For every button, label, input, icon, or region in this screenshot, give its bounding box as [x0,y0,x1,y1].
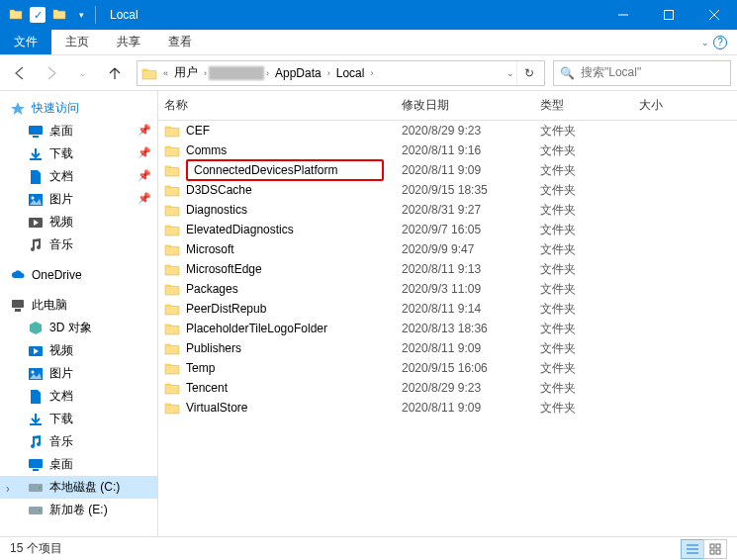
col-name[interactable]: 名称 [164,97,402,114]
table-row[interactable]: PlaceholderTileLogoFolder 2020/8/13 18:3… [158,319,737,338]
close-button[interactable] [691,0,737,30]
table-row[interactable]: Tencent 2020/8/29 9:23 文件夹 [158,378,737,398]
file-date: 2020/8/11 9:09 [402,341,540,355]
table-row[interactable]: Diagnostics 2020/8/31 9:27 文件夹 [158,200,737,220]
chevron-right-icon[interactable]: › [264,68,271,78]
sidebar-item[interactable]: 桌面 [0,453,157,476]
sidebar-item[interactable]: 音乐 [0,233,157,256]
sidebar-item[interactable]: 文档 [0,385,157,408]
back-button[interactable] [6,59,34,87]
search-input[interactable]: 🔍 搜索"Local" [553,60,731,86]
table-row[interactable]: D3DSCache 2020/9/15 18:35 文件夹 [158,180,737,200]
sidebar-item[interactable]: 本地磁盘 (C:) [0,476,157,499]
sidebar-item[interactable]: 图片 [0,362,157,385]
col-type[interactable]: 类型 [540,97,639,114]
folder-icon [164,361,180,375]
chevron-left-icon[interactable]: « [161,68,170,78]
up-button[interactable] [101,59,129,87]
search-placeholder: 搜索"Local" [581,64,641,81]
col-date[interactable]: 修改日期 [402,97,540,114]
item-icon [28,412,44,427]
item-icon [28,192,44,208]
table-row[interactable]: Microsoft 2020/9/9 9:47 文件夹 [158,239,737,259]
search-icon: 🔍 [560,66,575,80]
chevron-right-icon[interactable]: › [325,68,332,78]
ribbon-expand[interactable]: ⌄? [691,30,737,54]
help-icon[interactable]: ? [713,36,727,49]
breadcrumb[interactable]: 用户 [170,61,202,85]
sidebar-item[interactable]: 3D 对象 [0,317,157,339]
folder-icon [164,203,180,217]
svg-point-4 [32,196,35,199]
maximize-button[interactable] [646,0,691,30]
file-date: 2020/9/3 11:09 [402,282,540,296]
file-type: 文件夹 [540,261,639,278]
file-name: CEF [186,124,210,138]
sidebar-item[interactable]: 文档📌 [0,165,157,188]
filelist[interactable]: CEF 2020/8/29 9:23 文件夹 Comms 2020/8/11 9… [158,121,737,536]
quick-access-header[interactable]: 快速访问 [0,97,157,120]
file-type: 文件夹 [540,400,639,417]
addressbar-dropdown[interactable]: ⌄ [505,68,516,78]
svg-rect-11 [29,459,43,468]
sidebar-item[interactable]: 图片📌 [0,188,157,211]
this-pc-header[interactable]: 此电脑 [0,294,157,317]
svg-rect-7 [15,309,21,312]
table-row[interactable]: PeerDistRepub 2020/8/11 9:14 文件夹 [158,299,737,319]
table-row[interactable]: Temp 2020/9/15 16:06 文件夹 [158,358,737,378]
file-name: PlaceholderTileLogoFolder [186,322,327,335]
folder-icon [164,124,180,138]
addressbar[interactable]: « 用户 › › AppData › Local › ⌄ ↻ [137,60,545,86]
tab-view[interactable]: 查看 [154,30,206,54]
sidebar-item[interactable]: 下载 [0,408,157,430]
sidebar-item[interactable]: 下载📌 [0,142,157,165]
table-row[interactable]: Publishers 2020/8/11 9:09 文件夹 [158,338,737,358]
sidebar-item[interactable]: 音乐 [0,430,157,453]
table-row[interactable]: ConnectedDevicesPlatform 2020/8/11 9:09 … [158,160,737,180]
chevron-right-icon[interactable]: › [368,68,375,78]
tab-share[interactable]: 共享 [103,30,154,54]
item-icon [28,215,44,231]
chevron-right-icon[interactable]: › [202,68,209,78]
chevron-down-icon[interactable]: ▾ [73,7,89,23]
svg-rect-1 [29,126,43,135]
history-dropdown[interactable]: ⌄ [69,59,97,87]
sidebar-item[interactable]: 视频 [0,339,157,362]
table-row[interactable]: MicrosoftEdge 2020/8/11 9:13 文件夹 [158,259,737,279]
table-row[interactable]: Comms 2020/8/11 9:16 文件夹 [158,140,737,160]
svg-rect-17 [710,544,714,548]
forward-button[interactable] [38,59,65,87]
sidebar-item[interactable]: 桌面📌 [0,120,157,142]
item-icon [28,457,44,473]
qa-overflow-icon[interactable] [51,7,67,23]
breadcrumb-redacted[interactable] [209,66,264,80]
minimize-button[interactable] [600,0,646,30]
refresh-button[interactable]: ↻ [516,61,540,85]
file-name: MicrosoftEdge [186,262,262,276]
onedrive-header[interactable]: OneDrive [0,264,157,286]
tab-home[interactable]: 主页 [51,30,103,54]
view-details-button[interactable] [681,539,704,559]
file-type: 文件夹 [540,360,639,377]
sidebar-item[interactable]: 新加卷 (E:) [0,499,157,521]
table-row[interactable]: Packages 2020/9/3 11:09 文件夹 [158,279,737,299]
table-row[interactable]: CEF 2020/8/29 9:23 文件夹 [158,121,737,140]
breadcrumb[interactable]: Local [332,61,369,85]
qa-checkbox-icon[interactable]: ✓ [30,7,46,23]
breadcrumb[interactable]: AppData [271,61,325,85]
folder-icon [164,381,180,395]
table-row[interactable]: VirtualStore 2020/8/11 9:09 文件夹 [158,398,737,418]
file-date: 2020/8/29 9:23 [402,124,540,138]
cloud-icon [10,267,26,283]
file-type: 文件夹 [540,182,639,199]
col-size[interactable]: 大小 [639,97,737,114]
file-name: Microsoft [186,242,234,256]
view-icons-button[interactable] [703,539,727,559]
sidebar-item[interactable]: 视频 [0,211,157,233]
file-tab[interactable]: 文件 [0,30,51,54]
item-icon [28,321,44,336]
folder-icon [164,341,180,355]
table-row[interactable]: ElevatedDiagnostics 2020/9/7 16:05 文件夹 [158,220,737,239]
folder-icon [164,183,180,197]
sidebar[interactable]: 快速访问桌面📌下载📌文档📌图片📌视频音乐OneDrive此电脑3D 对象视频图片… [0,91,158,536]
